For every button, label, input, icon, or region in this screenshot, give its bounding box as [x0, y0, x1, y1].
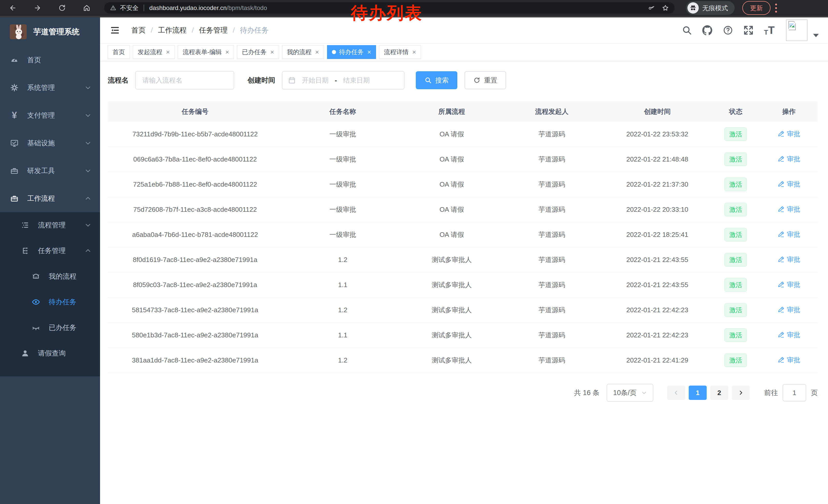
- cell-initiator: 芋道源码: [500, 155, 603, 164]
- cell-name: 1.2: [282, 356, 403, 364]
- breadcrumb-item[interactable]: 任务管理: [199, 26, 228, 35]
- tab-todo-task[interactable]: 待办任务×: [327, 45, 376, 59]
- cell-initiator: 芋道源码: [500, 130, 603, 139]
- edit-pen-icon: [778, 181, 784, 187]
- approve-link[interactable]: 审批: [778, 330, 800, 339]
- goto-page-input[interactable]: [783, 384, 806, 402]
- close-tab-icon[interactable]: ×: [315, 49, 319, 55]
- fullscreen-icon[interactable]: [743, 25, 754, 35]
- cell-name: 一级审批: [282, 230, 403, 239]
- search-button[interactable]: 搜索: [416, 71, 457, 89]
- approve-link[interactable]: 审批: [778, 356, 800, 365]
- close-tab-icon[interactable]: ×: [412, 49, 416, 55]
- github-icon[interactable]: [702, 25, 713, 35]
- approve-link[interactable]: 审批: [778, 180, 800, 189]
- approve-link-label: 审批: [787, 255, 800, 264]
- cell-process: 测试多审批人: [403, 331, 500, 340]
- sidebar-item-my-process[interactable]: 我的流程: [0, 264, 100, 289]
- bookmark-star-icon[interactable]: [662, 4, 669, 11]
- browser-update-button[interactable]: 更新: [742, 1, 771, 15]
- sidebar-item-payment[interactable]: ¥支付管理: [0, 101, 100, 129]
- cell-name: 1.1: [282, 331, 403, 339]
- sidebar-item-task-mgmt[interactable]: 任务管理: [0, 238, 100, 264]
- search-icon[interactable]: [682, 25, 692, 35]
- browser-back-icon[interactable]: [7, 2, 18, 13]
- sidebar-item-label: 支付管理: [27, 111, 55, 120]
- breadcrumb-separator: /: [233, 26, 235, 34]
- cell-created: 2022-01-21 22:42:23: [603, 331, 711, 339]
- cell-id: 58154733-7ac8-11ec-a9e2-a2380e71991a: [108, 306, 282, 314]
- browser-menu-kebab-icon[interactable]: [775, 4, 777, 12]
- tab-done-task[interactable]: 已办任务×: [237, 45, 279, 59]
- breadcrumb-item[interactable]: 工作流程: [158, 26, 187, 35]
- approve-link[interactable]: 审批: [778, 230, 800, 239]
- prev-page-button[interactable]: [667, 385, 685, 400]
- status-badge: 激活: [724, 354, 747, 367]
- browser-forward-icon[interactable]: [32, 2, 43, 13]
- approve-link[interactable]: 审批: [778, 205, 800, 214]
- cell-process: 测试多审批人: [403, 356, 500, 365]
- sidebar-item-process-mgmt[interactable]: 流程管理: [0, 212, 100, 238]
- approve-link[interactable]: 审批: [778, 154, 800, 164]
- total-count-label: 共 16 条: [574, 388, 599, 397]
- column-header: 状态: [711, 107, 760, 116]
- cell-id: a6aba0a4-7b6d-11ec-b781-acde48001122: [108, 231, 282, 239]
- help-question-icon[interactable]: [723, 25, 733, 35]
- sidebar-collapse-icon[interactable]: [110, 25, 120, 35]
- approve-link[interactable]: 审批: [778, 280, 800, 289]
- font-size-icon[interactable]: TT: [764, 25, 775, 36]
- cell-created: 2022-01-22 23:53:32: [603, 130, 711, 138]
- close-tab-icon[interactable]: ×: [225, 49, 229, 55]
- approve-link-label: 审批: [787, 205, 800, 214]
- sidebar-item-devtools[interactable]: 研发工具: [0, 157, 100, 185]
- end-date-placeholder[interactable]: 结束日期: [343, 76, 370, 85]
- close-tab-icon[interactable]: ×: [367, 49, 371, 55]
- chevron-up-icon: [85, 247, 91, 254]
- sidebar-logo-row[interactable]: 芋道管理系统: [0, 17, 100, 46]
- tab-form-edit[interactable]: 流程表单-编辑×: [178, 45, 234, 59]
- sidebar-item-leave-query[interactable]: 请假查询: [0, 340, 100, 366]
- reset-button[interactable]: 重置: [464, 71, 506, 89]
- sidebar-item-workflow[interactable]: 工作流程: [0, 185, 100, 212]
- chevron-down-icon: [85, 140, 91, 146]
- approve-link[interactable]: 审批: [778, 305, 800, 314]
- status-badge: 激活: [724, 203, 747, 216]
- page-size-select[interactable]: 10条/页: [607, 384, 653, 402]
- briefcase-icon: [10, 194, 19, 203]
- cell-process: OA 请假: [403, 205, 500, 214]
- sidebar-item-done-task[interactable]: 已办任务: [0, 315, 100, 340]
- browser-home-icon[interactable]: [81, 2, 92, 13]
- table-row: 8f059c03-7ac8-11ec-a9e2-a2380e71991a1.1测…: [108, 273, 818, 297]
- security-label[interactable]: 不安全: [120, 4, 138, 12]
- tab-home[interactable]: 首页: [108, 45, 130, 59]
- sidebar-item-infra[interactable]: 基础设施: [0, 129, 100, 157]
- start-date-placeholder[interactable]: 开始日期: [302, 76, 329, 85]
- tab-process-detail[interactable]: 流程详情×: [379, 45, 421, 59]
- table-row: 580e1b3d-7ac8-11ec-a9e2-a2380e71991a1.1测…: [108, 323, 818, 348]
- org-tree-icon: [20, 246, 30, 255]
- page-number-2[interactable]: 2: [710, 385, 728, 400]
- user-avatar-broken-image[interactable]: [786, 19, 808, 41]
- process-name-input[interactable]: [135, 71, 234, 89]
- sidebar-item-label: 待办任务: [49, 297, 76, 307]
- browser-reload-icon[interactable]: [56, 2, 68, 13]
- sidebar-item-label: 首页: [27, 55, 41, 64]
- avatar-caret-down-icon[interactable]: [813, 34, 819, 37]
- sidebar-item-todo-task[interactable]: 待办任务: [0, 289, 100, 315]
- breadcrumb-item[interactable]: 首页: [131, 26, 146, 35]
- approve-link[interactable]: 审批: [778, 130, 800, 138]
- approve-link[interactable]: 审批: [778, 255, 800, 264]
- tags-view-bar: 首页发起流程×流程表单-编辑×已办任务×我的流程×待办任务×流程详情×: [100, 43, 828, 61]
- sidebar-item-system[interactable]: 系统管理: [0, 74, 100, 101]
- url-text[interactable]: dashboard.yudao.iocoder.cn/bpm/task/todo: [149, 4, 267, 11]
- page-number-1[interactable]: 1: [689, 385, 707, 400]
- next-page-button[interactable]: [732, 385, 750, 400]
- close-tab-icon[interactable]: ×: [166, 49, 170, 55]
- date-range-picker[interactable]: 开始日期 - 结束日期: [282, 71, 405, 89]
- tab-my-process[interactable]: 我的流程×: [282, 45, 324, 59]
- close-tab-icon[interactable]: ×: [270, 49, 274, 55]
- sidebar-item-home[interactable]: 首页: [0, 46, 100, 74]
- tab-start-process[interactable]: 发起流程×: [133, 45, 175, 59]
- password-key-icon[interactable]: [648, 4, 655, 11]
- breadcrumb: 首页/工作流程/任务管理/待办任务: [131, 26, 268, 35]
